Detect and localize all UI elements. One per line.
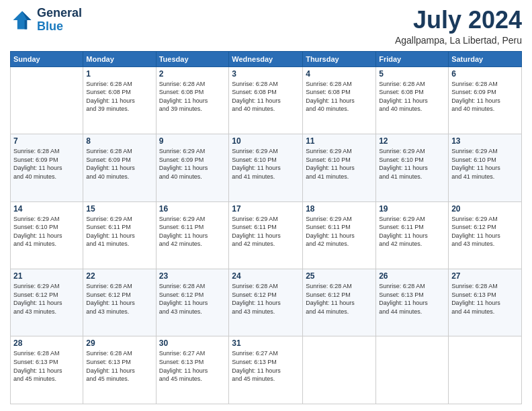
- day-info: Sunrise: 6:28 AMSunset: 6:12 PMDaylight:…: [232, 282, 300, 316]
- day-number: 30: [159, 338, 226, 348]
- day-info: Sunrise: 6:29 AMSunset: 6:10 PMDaylight:…: [232, 147, 300, 181]
- day-info: Sunrise: 6:28 AMSunset: 6:12 PMDaylight:…: [306, 282, 373, 316]
- table-row: 14Sunrise: 6:29 AMSunset: 6:10 PMDayligh…: [11, 201, 83, 269]
- table-row: 7Sunrise: 6:28 AMSunset: 6:09 PMDaylight…: [11, 134, 83, 201]
- day-number: 22: [86, 271, 152, 281]
- logo-general-text: General: [37, 7, 82, 20]
- day-number: 21: [13, 271, 80, 281]
- day-number: 5: [379, 69, 445, 79]
- table-row: 25Sunrise: 6:28 AMSunset: 6:12 PMDayligh…: [303, 269, 376, 336]
- logo-text: General Blue: [37, 7, 82, 34]
- day-info: Sunrise: 6:29 AMSunset: 6:11 PMDaylight:…: [306, 215, 373, 248]
- day-number: 11: [306, 136, 373, 146]
- table-row: 21Sunrise: 6:29 AMSunset: 6:12 PMDayligh…: [11, 269, 83, 336]
- day-number: 28: [13, 338, 80, 348]
- day-number: 25: [306, 271, 373, 281]
- table-row: 11Sunrise: 6:29 AMSunset: 6:10 PMDayligh…: [303, 134, 376, 201]
- table-row: [376, 336, 449, 404]
- table-row: 12Sunrise: 6:29 AMSunset: 6:10 PMDayligh…: [376, 134, 449, 201]
- location-text: Agallpampa, La Libertad, Peru: [395, 35, 522, 46]
- day-info: Sunrise: 6:29 AMSunset: 6:11 PMDaylight:…: [379, 215, 445, 248]
- day-info: Sunrise: 6:29 AMSunset: 6:10 PMDaylight:…: [379, 147, 445, 181]
- day-info: Sunrise: 6:27 AMSunset: 6:13 PMDaylight:…: [232, 349, 300, 383]
- table-row: 26Sunrise: 6:28 AMSunset: 6:13 PMDayligh…: [376, 269, 449, 336]
- day-number: 29: [86, 338, 152, 348]
- day-info: Sunrise: 6:28 AMSunset: 6:13 PMDaylight:…: [379, 282, 445, 316]
- day-number: 1: [86, 69, 152, 79]
- table-row: 13Sunrise: 6:29 AMSunset: 6:10 PMDayligh…: [449, 134, 522, 201]
- day-info: Sunrise: 6:28 AMSunset: 6:09 PMDaylight:…: [86, 147, 152, 181]
- day-number: 3: [232, 69, 300, 79]
- table-row: 5Sunrise: 6:28 AMSunset: 6:08 PMDaylight…: [376, 66, 449, 134]
- day-info: Sunrise: 6:28 AMSunset: 6:13 PMDaylight:…: [13, 349, 80, 383]
- table-row: 29Sunrise: 6:28 AMSunset: 6:13 PMDayligh…: [83, 336, 156, 404]
- day-number: 2: [159, 69, 226, 79]
- day-info: Sunrise: 6:29 AMSunset: 6:11 PMDaylight:…: [86, 215, 152, 248]
- day-number: 26: [379, 271, 445, 281]
- day-info: Sunrise: 6:29 AMSunset: 6:12 PMDaylight:…: [451, 215, 519, 248]
- day-info: Sunrise: 6:28 AMSunset: 6:08 PMDaylight:…: [379, 80, 445, 113]
- table-row: [449, 336, 522, 404]
- day-info: Sunrise: 6:29 AMSunset: 6:11 PMDaylight:…: [232, 215, 300, 248]
- day-number: 19: [379, 204, 445, 214]
- day-info: Sunrise: 6:27 AMSunset: 6:13 PMDaylight:…: [159, 349, 226, 383]
- table-row: 18Sunrise: 6:29 AMSunset: 6:11 PMDayligh…: [303, 201, 376, 269]
- day-info: Sunrise: 6:28 AMSunset: 6:12 PMDaylight:…: [86, 282, 152, 316]
- day-number: 7: [13, 136, 80, 146]
- day-number: 20: [451, 204, 519, 214]
- table-row: 27Sunrise: 6:28 AMSunset: 6:13 PMDayligh…: [449, 269, 522, 336]
- title-block: July 2024 Agallpampa, La Libertad, Peru: [395, 7, 522, 46]
- calendar-table: Sunday Monday Tuesday Wednesday Thursday…: [10, 51, 522, 404]
- day-number: 18: [306, 204, 373, 214]
- logo: General Blue: [10, 7, 82, 34]
- col-monday: Monday: [83, 51, 156, 66]
- day-info: Sunrise: 6:29 AMSunset: 6:09 PMDaylight:…: [159, 147, 226, 181]
- day-number: 14: [13, 204, 80, 214]
- table-row: 24Sunrise: 6:28 AMSunset: 6:12 PMDayligh…: [229, 269, 303, 336]
- calendar-week-row: 1Sunrise: 6:28 AMSunset: 6:08 PMDaylight…: [11, 66, 522, 134]
- table-row: 8Sunrise: 6:28 AMSunset: 6:09 PMDaylight…: [83, 134, 156, 201]
- table-row: 28Sunrise: 6:28 AMSunset: 6:13 PMDayligh…: [11, 336, 83, 404]
- page: General Blue July 2024 Agallpampa, La Li…: [0, 0, 532, 411]
- table-row: 17Sunrise: 6:29 AMSunset: 6:11 PMDayligh…: [229, 201, 303, 269]
- day-info: Sunrise: 6:28 AMSunset: 6:09 PMDaylight:…: [13, 147, 80, 181]
- day-info: Sunrise: 6:29 AMSunset: 6:11 PMDaylight:…: [159, 215, 226, 248]
- day-number: 15: [86, 204, 152, 214]
- table-row: [303, 336, 376, 404]
- day-info: Sunrise: 6:29 AMSunset: 6:10 PMDaylight:…: [451, 147, 519, 181]
- logo-icon: [10, 8, 34, 32]
- calendar-week-row: 14Sunrise: 6:29 AMSunset: 6:10 PMDayligh…: [11, 201, 522, 269]
- day-number: 13: [451, 136, 519, 146]
- table-row: 22Sunrise: 6:28 AMSunset: 6:12 PMDayligh…: [83, 269, 156, 336]
- day-number: 24: [232, 271, 300, 281]
- day-number: 9: [159, 136, 226, 146]
- table-row: 20Sunrise: 6:29 AMSunset: 6:12 PMDayligh…: [449, 201, 522, 269]
- calendar-week-row: 28Sunrise: 6:28 AMSunset: 6:13 PMDayligh…: [11, 336, 522, 404]
- day-number: 8: [86, 136, 152, 146]
- table-row: [11, 66, 83, 134]
- calendar-header-row: Sunday Monday Tuesday Wednesday Thursday…: [11, 51, 522, 66]
- table-row: 4Sunrise: 6:28 AMSunset: 6:08 PMDaylight…: [303, 66, 376, 134]
- col-sunday: Sunday: [11, 51, 83, 66]
- day-info: Sunrise: 6:28 AMSunset: 6:08 PMDaylight:…: [306, 80, 373, 113]
- table-row: 15Sunrise: 6:29 AMSunset: 6:11 PMDayligh…: [83, 201, 156, 269]
- col-saturday: Saturday: [449, 51, 522, 66]
- table-row: 6Sunrise: 6:28 AMSunset: 6:09 PMDaylight…: [449, 66, 522, 134]
- day-info: Sunrise: 6:29 AMSunset: 6:10 PMDaylight:…: [13, 215, 80, 248]
- table-row: 3Sunrise: 6:28 AMSunset: 6:08 PMDaylight…: [229, 66, 303, 134]
- day-number: 10: [232, 136, 300, 146]
- day-number: 31: [232, 338, 300, 348]
- col-thursday: Thursday: [303, 51, 376, 66]
- table-row: 23Sunrise: 6:28 AMSunset: 6:12 PMDayligh…: [156, 269, 229, 336]
- col-friday: Friday: [376, 51, 449, 66]
- table-row: 2Sunrise: 6:28 AMSunset: 6:08 PMDaylight…: [156, 66, 229, 134]
- day-info: Sunrise: 6:28 AMSunset: 6:13 PMDaylight:…: [451, 282, 519, 316]
- calendar-week-row: 7Sunrise: 6:28 AMSunset: 6:09 PMDaylight…: [11, 134, 522, 201]
- month-year-title: July 2024: [395, 7, 522, 34]
- day-info: Sunrise: 6:29 AMSunset: 6:10 PMDaylight:…: [306, 147, 373, 181]
- day-number: 17: [232, 204, 300, 214]
- day-info: Sunrise: 6:28 AMSunset: 6:08 PMDaylight:…: [86, 80, 152, 113]
- header: General Blue July 2024 Agallpampa, La Li…: [10, 7, 522, 46]
- logo-blue-text: Blue: [37, 20, 82, 34]
- day-number: 6: [451, 69, 519, 79]
